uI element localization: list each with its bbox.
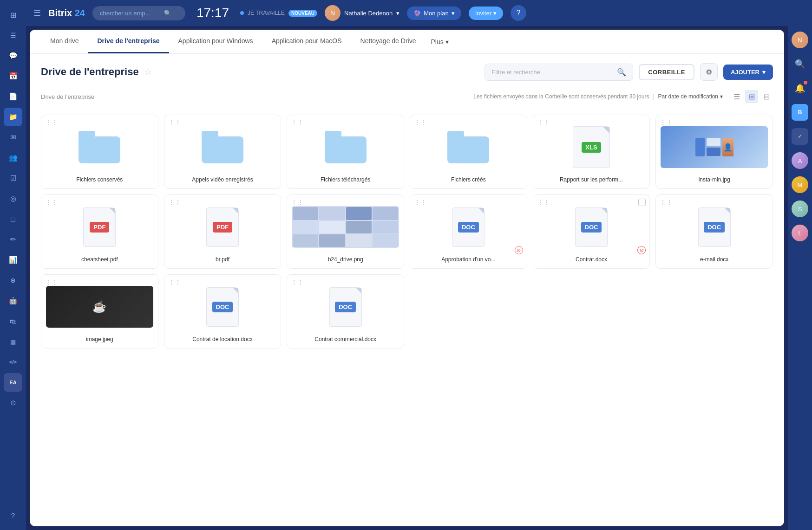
search-input[interactable] [100,10,160,17]
sidebar-item-contacts[interactable]: 👥 [4,149,22,167]
user-info[interactable]: N Nathalie Dedenon ▾ [325,5,399,21]
card-menu-icon[interactable]: ⋮⋮ [291,119,304,126]
file-thumbnail: 👤 [661,123,768,171]
search-bar[interactable]: 🔍 [92,6,185,20]
card-menu-icon[interactable]: ⋮⋮ [168,278,181,286]
breadcrumb-info: Les fichiers envoyés dans la Corbeille s… [473,90,773,103]
mon-plan-dropdown-icon: ▾ [452,10,455,17]
right-sidebar-avatar-4[interactable]: S [792,200,808,217]
file-name: b24_drive.png [327,254,364,264]
tab-nettoyage[interactable]: Nettoyage de Drive [351,30,426,53]
card-menu-icon[interactable]: ⋮⋮ [414,199,427,206]
card-menu-icon[interactable]: ⋮⋮ [537,119,550,126]
right-sidebar-avatar-5[interactable]: L [792,225,808,241]
sidebar-item-home[interactable]: ⊞ [4,6,22,24]
sidebar-item-market[interactable]: 🛍 [4,312,22,330]
right-sidebar-search-icon[interactable]: 🔍 [792,56,808,72]
list-item[interactable]: ⋮⋮ 👤 [655,115,773,189]
list-item[interactable]: ⋮⋮ Fichiers conservés [41,115,158,189]
sidebar-item-reports[interactable]: 📊 [4,251,22,269]
settings-button[interactable]: ⚙ [700,63,718,81]
sidebar-item-feed[interactable]: ☰ [4,26,22,45]
sidebar-item-automation[interactable]: ✏ [4,230,22,249]
list-item[interactable]: ⋮⋮ DOC Contrat.docx ⊘ [533,194,650,269]
sidebar-item-drive[interactable]: 📁 [4,108,22,126]
card-menu-icon[interactable]: ⋮⋮ [45,278,58,286]
card-menu-icon[interactable]: ⋮⋮ [291,199,304,206]
list-item[interactable]: ⋮⋮ Fichiers téléchargés [287,115,404,189]
right-sidebar-avatar-1[interactable]: N [792,32,808,48]
sidebar-item-crm[interactable]: ◎ [4,189,22,208]
list-item[interactable]: ⋮⋮ ☕ image.jpeg [41,274,158,349]
sidebar-item-bot[interactable]: 🤖 [4,291,22,310]
card-menu-icon[interactable]: ⋮⋮ [660,199,673,206]
list-item[interactable]: ⋮⋮ PDF br.pdf [164,194,282,269]
search-filter[interactable]: 🔍 [485,64,633,81]
sidebar-item-integrations[interactable]: ⊕ [4,271,22,290]
ajouter-label: AJOUTER [731,69,760,76]
hamburger-menu[interactable]: ☰ [33,8,41,18]
list-item[interactable]: ⋮⋮ XLS Rapport sur les perform... [533,115,650,189]
card-menu-icon[interactable]: ⋮⋮ [168,119,181,126]
corbeille-button[interactable]: CORBEILLE [639,64,694,80]
right-sidebar-avatar-2[interactable]: A [792,152,808,169]
help-button[interactable]: ? [511,5,526,21]
file-thumbnail [46,123,153,171]
inviter-button[interactable]: Inviter ▾ [469,6,503,20]
card-menu-icon[interactable]: ⋮⋮ [660,119,673,126]
card-menu-icon[interactable]: ⋮⋮ [45,119,58,126]
breadcrumb[interactable]: Drive de l'entreprise [41,93,94,100]
card-menu-icon[interactable]: ⋮⋮ [537,199,550,206]
card-menu-icon[interactable]: ⋮⋮ [414,119,427,126]
inviter-label: Inviter [475,10,491,17]
list-item[interactable]: ⋮⋮ DOC Contrat de location.docx [164,274,282,349]
favorite-star-icon[interactable]: ☆ [144,67,152,77]
sort-button[interactable]: Par date de modification ▾ [658,93,723,100]
tab-app-windows[interactable]: Application pour Windows [169,30,262,53]
view-icons: ☰ ⊞ ⊟ [730,90,773,103]
tab-app-macos[interactable]: Application pour MacOS [262,30,351,53]
list-item[interactable]: ⋮⋮ PDF cheatsheet.pdf [41,194,158,269]
filter-input[interactable] [491,69,613,76]
file-thumbnail [292,123,399,171]
list-item[interactable]: ⋮⋮ [287,194,404,269]
info-text: Les fichiers envoyés dans la Corbeille s… [473,93,649,100]
tab-drive-entreprise[interactable]: Drive de l'entreprise [88,30,169,53]
grid-small-view-icon[interactable]: ⊞ [745,90,758,103]
sidebar-item-doc[interactable]: 📄 [4,87,22,106]
sidebar-item-sites[interactable]: □ [4,210,22,228]
sidebar-item-chat[interactable]: 💬 [4,46,22,65]
sidebar-item-mail[interactable]: ✉ [4,128,22,147]
list-item[interactable]: ⋮⋮ Fichiers créés [410,115,527,189]
list-item[interactable]: ⋮⋮ DOC e-mail.docx [655,194,773,269]
sidebar-item-dev[interactable]: </> [4,353,22,371]
sidebar-item-help[interactable]: ? [4,506,22,524]
card-menu-icon[interactable]: ⋮⋮ [168,199,181,206]
right-sidebar-avatar-3[interactable]: M [792,176,808,193]
grid-large-view-icon[interactable]: ⊟ [760,90,773,103]
avatar: N [325,5,341,21]
sidebar-item-bitrix[interactable]: ▦ [4,332,22,351]
file-name: Fichiers conservés [75,175,124,184]
card-menu-icon[interactable]: ⋮⋮ [45,199,58,206]
sidebar-item-ea[interactable]: EA [4,373,22,392]
right-sidebar-green-icon[interactable]: ✓ [792,128,808,145]
list-item[interactable]: ⋮⋮ DOC Contrat commercial.docx [287,274,404,349]
file-status-badge: ⊘ [637,246,646,254]
file-thumbnail: DOC [292,283,399,330]
card-checkbox[interactable] [638,199,646,206]
sidebar-item-check[interactable]: ⊙ [4,394,22,412]
list-item[interactable]: ⋮⋮ DOC Approbation d'un vo... ⊘ [410,194,527,269]
mon-plan-button[interactable]: 🔮 Mon plan ▾ [407,6,461,20]
list-item[interactable]: ⋮⋮ Appels vidéo enregistrés [164,115,282,189]
right-sidebar: N 🔍 🔔 B ✓ A M S L [788,26,812,530]
sidebar-item-tasks[interactable]: ☑ [4,169,22,187]
right-sidebar-bitrix-icon[interactable]: B [792,104,808,121]
tab-mon-drive[interactable]: Mon drive [41,30,88,53]
sidebar-item-calendar[interactable]: 📅 [4,67,22,85]
card-menu-icon[interactable]: ⋮⋮ [291,278,304,286]
list-view-icon[interactable]: ☰ [730,90,743,103]
pdf-file-icon: PDF [83,207,116,247]
ajouter-button[interactable]: AJOUTER ▾ [723,65,773,80]
tab-plus[interactable]: Plus ▾ [425,31,454,53]
